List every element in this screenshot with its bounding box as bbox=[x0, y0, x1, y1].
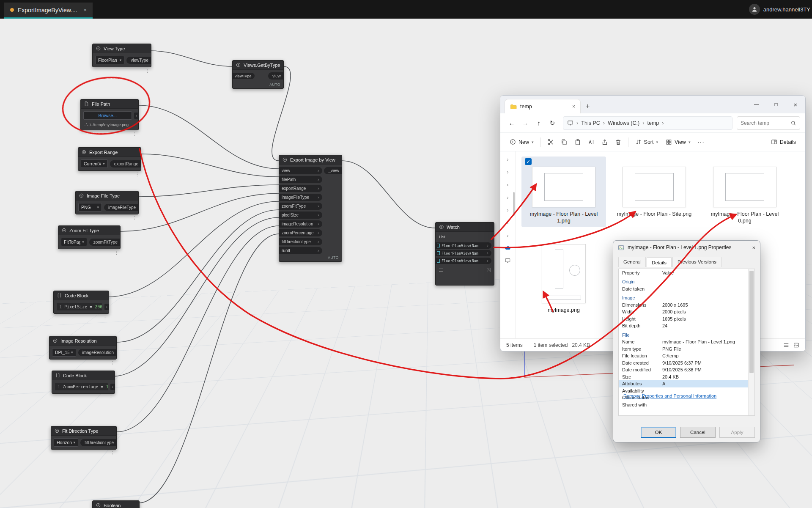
node-options-icon[interactable]: ⋮ bbox=[132, 132, 137, 136]
input-port[interactable]: filePath › bbox=[279, 176, 322, 183]
lacing-auto-label[interactable]: AUTO bbox=[328, 255, 339, 260]
watch-list-item[interactable]: FloorPlanView(Nam › bbox=[435, 258, 491, 264]
output-port-zoomfittype[interactable]: zoomFitType bbox=[89, 239, 121, 246]
property-row[interactable]: Origin bbox=[619, 278, 754, 286]
delete-button[interactable] bbox=[612, 135, 625, 149]
output-port-fitdirectiontype[interactable]: fitDirectionType bbox=[80, 439, 117, 446]
cancel-button[interactable]: Cancel bbox=[680, 427, 716, 438]
output-port-imagefiletype[interactable]: imageFileType bbox=[104, 204, 139, 211]
output-port-icon[interactable]: › bbox=[110, 384, 115, 390]
breadcrumb-folder[interactable]: temp bbox=[647, 120, 659, 126]
input-port[interactable]: imageFileType › bbox=[279, 194, 322, 201]
tab-previous-versions[interactable]: Previous Versions bbox=[672, 257, 721, 267]
property-row[interactable]: Item type PNG File bbox=[619, 346, 754, 353]
breadcrumb-drive[interactable]: Windows (C:) bbox=[608, 120, 639, 126]
node-watch[interactable]: Watch List FloorPlanView(Nam › FloorPlan… bbox=[435, 222, 494, 286]
close-tab-icon[interactable]: × bbox=[84, 7, 87, 13]
code-block-editor[interactable]: 1 ZoomPercentage = 100; bbox=[55, 383, 108, 391]
property-row[interactable]: Bit depth 24 bbox=[619, 322, 754, 330]
property-row[interactable]: Image bbox=[619, 294, 754, 302]
file-item[interactable]: ✓ myImage.png bbox=[521, 234, 606, 316]
tree-expand-icon[interactable]: › bbox=[507, 169, 508, 175]
input-port[interactable]: runIt › bbox=[279, 247, 322, 254]
property-row[interactable]: Date modified 9/10/2025 6:38 PM bbox=[619, 366, 754, 373]
node-fit-direction-type[interactable]: Fit Direction Type Horizontal ▾ fitDirec… bbox=[51, 426, 117, 450]
explorer-tab[interactable]: temp × bbox=[505, 99, 581, 113]
input-port[interactable]: imageResolution › bbox=[279, 220, 322, 228]
search-box[interactable] bbox=[737, 116, 800, 130]
property-row[interactable]: Date taken bbox=[619, 286, 754, 293]
sort-button[interactable]: Sort ▾ bbox=[632, 136, 661, 148]
output-port-view[interactable]: _view bbox=[324, 167, 342, 174]
navigation-pane[interactable]: ››››››› bbox=[500, 151, 516, 338]
close-button[interactable]: × bbox=[786, 96, 805, 113]
property-row[interactable]: File bbox=[619, 332, 754, 339]
node-options-icon[interactable]: ⋮ bbox=[132, 216, 137, 220]
image-resolution-select[interactable]: DPI_150 ▾ bbox=[52, 348, 76, 357]
list-level-icon[interactable] bbox=[439, 269, 443, 272]
tree-expand-icon[interactable]: › bbox=[507, 207, 508, 213]
forward-button[interactable]: → bbox=[519, 119, 532, 126]
tree-expand-icon[interactable]: › bbox=[507, 182, 508, 187]
maximize-button[interactable]: □ bbox=[766, 96, 786, 113]
output-port-imageresolution[interactable]: imageResolution bbox=[78, 349, 117, 356]
dialog-titlebar[interactable]: myImage - Floor Plan - Level 1.png Prope… bbox=[613, 241, 760, 254]
file-item[interactable]: ✓ myImage - Floor Plan - Level 0.png bbox=[702, 157, 787, 227]
node-options-icon[interactable]: ⋮ bbox=[145, 69, 150, 73]
selected-checkbox[interactable]: ✓ bbox=[525, 158, 532, 165]
property-row[interactable]: Name myImage - Floor Plan - Level 1.png bbox=[619, 338, 754, 346]
tree-expand-icon[interactable]: › bbox=[507, 233, 508, 238]
node-zoom-fit-type[interactable]: Zoom Fit Type FitToPage ▾ zoomFitType ⋮ bbox=[58, 225, 121, 249]
input-port[interactable]: zoomPercentage › bbox=[279, 229, 322, 236]
scrollbar-thumb[interactable] bbox=[513, 192, 515, 216]
paste-button[interactable] bbox=[571, 135, 584, 149]
copy-button[interactable] bbox=[558, 135, 571, 149]
node-export-range[interactable]: Export Range CurrentView ▾ exportRange ⋮ bbox=[78, 147, 141, 171]
details-pane-button[interactable]: Details bbox=[768, 136, 799, 148]
scrollbar[interactable] bbox=[748, 269, 754, 415]
node-options-icon[interactable]: ⋮ bbox=[114, 250, 119, 255]
properties-dialog[interactable]: myImage - Floor Plan - Level 1.png Prope… bbox=[613, 240, 760, 442]
input-port-viewtype[interactable]: viewType bbox=[232, 73, 255, 79]
input-port[interactable]: exportRange › bbox=[279, 185, 322, 192]
cut-button[interactable] bbox=[544, 135, 557, 149]
output-port-icon[interactable]: › bbox=[134, 113, 139, 119]
node-export-image-by-view[interactable]: Export Image by View view › filePath › e… bbox=[279, 155, 342, 262]
node-options-icon[interactable]: ⋮ bbox=[109, 395, 113, 400]
tab-general[interactable]: General bbox=[618, 257, 646, 267]
breadcrumb[interactable]: › This PC › Windows (C:) › temp › bbox=[563, 116, 732, 130]
up-button[interactable]: ↑ bbox=[532, 119, 545, 126]
scrollbar-thumb[interactable] bbox=[749, 271, 754, 373]
property-row[interactable]: Attributes A bbox=[619, 380, 754, 387]
thumbnail-view-icon[interactable] bbox=[793, 342, 799, 348]
image-file-type-select[interactable]: PNG ▾ bbox=[78, 203, 102, 211]
tree-expand-icon[interactable]: › bbox=[507, 195, 508, 200]
fit-direction-select[interactable]: Horizontal ▾ bbox=[54, 438, 78, 447]
property-row[interactable]: Date created 9/10/2025 6:37 PM bbox=[619, 360, 754, 367]
property-row[interactable]: Size 20.4 KB bbox=[619, 373, 754, 381]
export-range-select[interactable]: CurrentView ▾ bbox=[81, 159, 108, 168]
output-port-icon[interactable]: › bbox=[104, 304, 109, 310]
property-row[interactable]: Dimensions 2000 x 1695 bbox=[619, 302, 754, 309]
input-port[interactable]: fitDirectionType › bbox=[279, 238, 322, 245]
input-port[interactable]: zoomFitType › bbox=[279, 203, 322, 210]
input-port[interactable]: pixelSize › bbox=[279, 211, 322, 219]
node-options-icon[interactable]: ⋮ bbox=[110, 451, 115, 456]
tab-details[interactable]: Details bbox=[647, 257, 672, 267]
user-account[interactable]: andrew.hannell3TY bbox=[749, 4, 812, 15]
code-block-editor[interactable]: 1 PixelSize = 2000; bbox=[56, 303, 102, 311]
breadcrumb-this-pc[interactable]: This PC bbox=[581, 120, 600, 126]
new-tab-icon[interactable]: + bbox=[586, 102, 590, 110]
node-options-icon[interactable]: ⋮ bbox=[110, 361, 115, 365]
apply-button[interactable]: Apply bbox=[719, 427, 755, 438]
refresh-button[interactable]: ↻ bbox=[546, 119, 559, 127]
property-row[interactable]: Shared with bbox=[619, 401, 754, 409]
more-options-button[interactable]: ··· bbox=[694, 135, 707, 149]
node-views-getbytype[interactable]: Views.GetByType viewType view AUTO bbox=[232, 60, 284, 89]
node-options-icon[interactable]: ⋮ bbox=[103, 315, 107, 320]
file-item[interactable]: ✓ myImage - Floor Plan - Site.png bbox=[612, 157, 697, 227]
close-tab-icon[interactable]: × bbox=[572, 104, 575, 110]
node-code-block-pixelsize[interactable]: Code Block 1 PixelSize = 2000; › ⋮ bbox=[53, 291, 109, 314]
dynamo-canvas[interactable]: View Type FloorPlan ▾ viewType ⋮ Views.G… bbox=[0, 19, 812, 508]
new-button[interactable]: New ▾ bbox=[506, 136, 537, 148]
